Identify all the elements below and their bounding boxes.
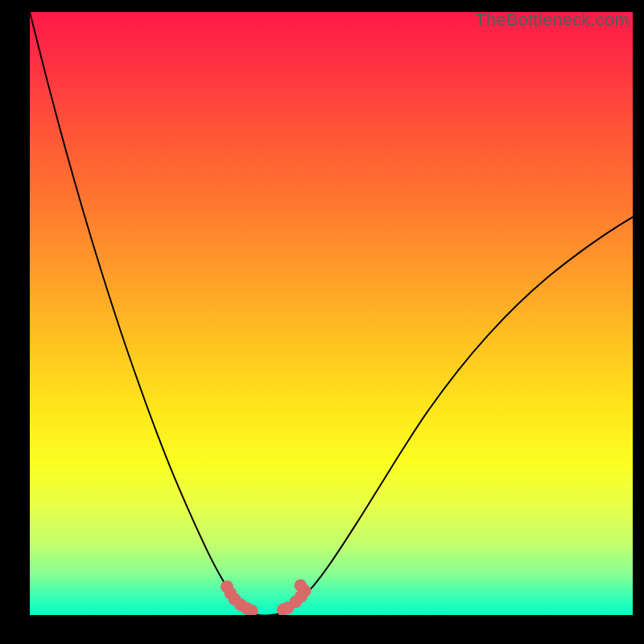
threshold-dot [294, 579, 307, 592]
threshold-markers [221, 579, 311, 615]
plot-area [30, 12, 633, 615]
curve-layer [30, 12, 633, 615]
chart-frame: TheBottleneck.com [0, 0, 644, 644]
bottleneck-curve [30, 12, 633, 615]
